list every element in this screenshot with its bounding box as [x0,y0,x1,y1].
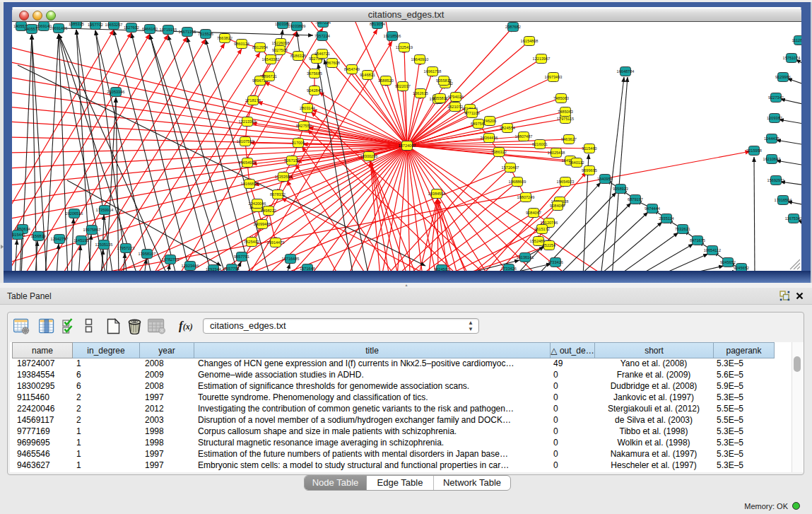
svg-text:21053346: 21053346 [107,90,125,94]
svg-text:2718176: 2718176 [245,98,261,103]
svg-text:1588520: 1588520 [378,78,394,83]
svg-text:9327503: 9327503 [272,48,288,52]
svg-text:14099488: 14099488 [254,222,271,226]
svg-text:17957223: 17957223 [117,246,135,250]
svg-text:9474444: 9474444 [645,206,660,211]
svg-text:19654925: 19654925 [239,160,257,165]
svg-text:1615172: 1615172 [534,227,550,231]
svg-text:15692971: 15692971 [767,178,785,182]
svg-text:2935114: 2935114 [659,216,673,221]
svg-text:15226058: 15226058 [272,41,290,45]
svg-text:10807487: 10807487 [515,134,533,139]
svg-text:1640954: 1640954 [597,177,613,181]
svg-text:6216001: 6216001 [532,142,548,146]
svg-text:9084067: 9084067 [526,211,541,215]
svg-text:9355812: 9355812 [433,96,448,100]
svg-text:11325419: 11325419 [396,45,413,49]
svg-text:9245652: 9245652 [734,266,749,270]
svg-text:10688609: 10688609 [509,180,526,184]
svg-text:10719155: 10719155 [160,28,177,32]
svg-text:16914479: 16914479 [267,240,285,245]
svg-text:17975115: 17975115 [557,117,574,121]
svg-text:20364436: 20364436 [481,136,498,140]
svg-text:7485063: 7485063 [553,96,569,100]
svg-text:16033809: 16033809 [288,24,306,28]
svg-text:9657791: 9657791 [224,267,240,271]
svg-text:16671355: 16671355 [179,30,196,34]
svg-text:15720407: 15720407 [502,165,519,170]
svg-text:10653257: 10653257 [105,23,123,27]
svg-text:9657791: 9657791 [234,255,249,259]
svg-text:1156819: 1156819 [30,234,45,238]
svg-text:9771109: 9771109 [464,111,479,115]
svg-text:3824554: 3824554 [500,126,515,130]
svg-text:8454749: 8454749 [344,67,360,71]
svg-text:9699695: 9699695 [582,168,597,173]
svg-text:20206516: 20206516 [66,211,83,216]
svg-text:12505135: 12505135 [95,243,113,247]
svg-text:1733426: 1733426 [548,260,563,264]
svg-text:9915441: 9915441 [12,233,25,237]
svg-text:7357224: 7357224 [314,34,330,38]
svg-text:8427552: 8427552 [296,124,312,128]
svg-text:16154808: 16154808 [521,39,539,43]
svg-text:3215958: 3215958 [746,148,762,153]
svg-text:19218506: 19218506 [384,34,401,38]
svg-text:1145193: 1145193 [73,238,88,243]
svg-text:252254: 252254 [543,243,556,247]
svg-text:10973493: 10973493 [545,75,563,79]
svg-text:16782759: 16782759 [162,257,180,262]
svg-text:1209387: 1209387 [767,116,782,120]
svg-text:7386322: 7386322 [491,150,507,154]
svg-text:1546721: 1546721 [314,52,330,56]
svg-text:6794024: 6794024 [448,95,464,99]
svg-text:16543382: 16543382 [262,57,280,62]
svg-text:1085325: 1085325 [69,22,84,26]
svg-text:1733426: 1733426 [501,267,517,271]
svg-text:16648784: 16648784 [617,69,635,74]
svg-text:2867608: 2867608 [324,61,340,65]
svg-text:9322037: 9322037 [395,84,411,88]
svg-text:8186328: 8186328 [290,54,306,58]
svg-text:1527602: 1527602 [124,25,139,30]
svg-text:18300295: 18300295 [360,154,378,158]
svg-text:6466160: 6466160 [142,27,158,31]
svg-text:1571648: 1571648 [300,267,315,271]
svg-text:3267150: 3267150 [284,158,300,163]
svg-text:12213369: 12213369 [239,119,257,124]
svg-text:9463627: 9463627 [561,137,577,141]
svg-text:9084067: 9084067 [550,204,565,208]
svg-text:1244415: 1244415 [764,136,779,141]
svg-text:11675342: 11675342 [785,216,801,221]
svg-text:9146821: 9146821 [360,73,375,77]
svg-text:3675685: 3675685 [307,71,322,76]
svg-text:8678332: 8678332 [270,192,286,197]
svg-text:8912954: 8912954 [252,45,268,49]
svg-text:9355812: 9355812 [436,78,452,83]
svg-text:18724007: 18724007 [399,144,416,148]
svg-text:12923446: 12923446 [182,264,199,268]
svg-text:9245652: 9245652 [720,260,736,264]
svg-text:15136141: 15136141 [517,255,534,259]
svg-text:1957702: 1957702 [88,23,103,27]
svg-text:1292344: 1292344 [206,267,221,271]
svg-text:8813054: 8813054 [370,22,385,26]
svg-text:19654923: 19654923 [557,180,575,184]
svg-text:1362615: 1362615 [413,91,428,95]
svg-text:9115460: 9115460 [582,146,596,151]
svg-text:18807249: 18807249 [517,195,535,199]
svg-text:317006: 317006 [292,141,305,145]
svg-text:9227342: 9227342 [768,95,784,100]
svg-text:9896721: 9896721 [261,74,277,78]
svg-text:18640910: 18640910 [411,57,429,62]
svg-text:9358923: 9358923 [613,187,628,191]
svg-text:19166825: 19166825 [241,182,259,186]
svg-text:19384554: 19384554 [428,192,446,196]
svg-text:15751074: 15751074 [783,56,801,60]
svg-text:2087682: 2087682 [505,25,521,29]
svg-text:7515526: 7515526 [198,32,213,36]
svg-text:20691406: 20691406 [50,26,68,30]
svg-text:7357224: 7357224 [315,22,331,25]
svg-text:7625402: 7625402 [244,240,259,244]
svg-text:22420046: 22420046 [249,201,266,206]
